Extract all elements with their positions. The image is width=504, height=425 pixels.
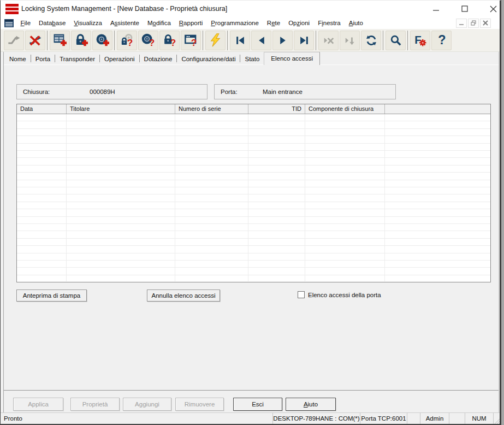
nav-first-button[interactable]: [230, 31, 250, 50]
porta-value: Main entrance: [263, 88, 303, 95]
tab-elenco-accessi[interactable]: Elenco accessi: [264, 52, 320, 65]
cancel-access-list-button[interactable]: Annulla elenco accessi: [147, 290, 220, 302]
svg-text:?: ?: [191, 37, 197, 47]
read-lock-transponder-button[interactable]: ?: [117, 31, 137, 50]
nav-first-icon: [234, 34, 246, 46]
close-icon: [490, 5, 497, 13]
refresh-button[interactable]: [361, 31, 381, 50]
esci-button[interactable]: Esci: [233, 398, 282, 411]
dialog-frame: Nome Porta Transponder Operazioni Dotazi…: [3, 52, 499, 412]
access-list-table[interactable]: Data Titolare Numero di serie TID Compon…: [16, 104, 491, 282]
programming-button[interactable]: [205, 31, 226, 50]
tab-nome[interactable]: Nome: [5, 54, 31, 64]
menu-assistente[interactable]: Assistente: [106, 18, 143, 28]
column-header-titolare[interactable]: Titolare: [67, 104, 175, 114]
tab-dotazione[interactable]: Dotazione: [140, 54, 177, 64]
nav-previous-icon: [256, 34, 268, 46]
minimize-button[interactable]: [432, 1, 440, 17]
tab-stato[interactable]: Stato: [240, 54, 264, 64]
toolbar: ? ? ? ?: [1, 29, 500, 52]
nav-previous-button[interactable]: [251, 31, 271, 50]
door-access-checkbox-label: Elenco accessi della porta: [308, 292, 381, 298]
menu-rapporti[interactable]: Rapporti: [175, 18, 206, 28]
proprieta-button[interactable]: Proprietà: [70, 398, 120, 411]
column-header-tid[interactable]: TID: [248, 104, 305, 114]
new-transponder-button[interactable]: [92, 31, 112, 50]
app-icon: [5, 4, 19, 14]
chiusura-label: Chiusura:: [23, 88, 90, 95]
resize-grip[interactable]: [493, 413, 500, 424]
status-panel-num-lock: NUM: [465, 413, 493, 424]
menu-finestra[interactable]: Finestra: [314, 18, 345, 28]
aiuto-button[interactable]: Aiuto: [286, 398, 336, 411]
applica-button[interactable]: Applica: [13, 398, 63, 411]
aggiungi-button[interactable]: Aggiungi: [123, 398, 171, 411]
new-matrix-icon: [53, 33, 67, 47]
search-button[interactable]: [386, 31, 406, 50]
help-button[interactable]: ?: [431, 31, 452, 50]
tab-transponder[interactable]: Transponder: [55, 54, 99, 64]
mdi-minimize-icon: [459, 20, 464, 26]
read-lock-transponder-icon: ?: [120, 33, 134, 47]
nav-next-button[interactable]: [272, 31, 293, 50]
dialog-button-row: Applica Proprietà Aggiungi Rimuovere Esc…: [4, 390, 499, 412]
status-panel-empty-1: [407, 413, 420, 424]
cancel-action-button[interactable]: [318, 31, 339, 50]
new-lock-button[interactable]: [71, 31, 91, 50]
mdi-minimize-button[interactable]: [456, 19, 467, 28]
read-lock-icon: ?: [163, 33, 176, 47]
menu-aiuto[interactable]: Aiuto: [345, 18, 367, 28]
porta-field: Porta: Main entrance: [214, 84, 396, 99]
nav-next-icon: [277, 34, 289, 46]
skip-down-button[interactable]: [340, 31, 360, 50]
menu-bar: File Database Visualizza Assistente Modi…: [1, 17, 500, 29]
menu-file[interactable]: File: [16, 18, 35, 28]
refresh-icon: [365, 34, 377, 46]
search-icon: [390, 34, 402, 46]
column-header-numero-di-serie[interactable]: Numero di serie: [175, 104, 248, 114]
porta-label: Porta:: [221, 88, 263, 95]
resize-grip-icon: [494, 417, 500, 424]
app-window: Locking System Management - [New Databas…: [0, 0, 501, 425]
menu-database[interactable]: Database: [35, 18, 70, 28]
new-matrix-button[interactable]: [50, 31, 70, 50]
menu-opzioni[interactable]: Opzioni: [284, 18, 314, 28]
status-text: Pronto: [1, 415, 272, 422]
read-network-button[interactable]: ?: [181, 31, 201, 50]
tab-configurazione-dati[interactable]: Configurazione/dati: [177, 54, 240, 64]
svg-text:?: ?: [149, 37, 155, 47]
maximize-button[interactable]: [461, 1, 469, 17]
mdi-close-button[interactable]: [480, 19, 491, 28]
disconnect-icon: [28, 33, 42, 47]
table-body: [17, 114, 490, 281]
connect-button[interactable]: [4, 31, 24, 50]
door-access-checkbox[interactable]: [298, 291, 305, 298]
tab-porta[interactable]: Porta: [31, 54, 55, 64]
disconnect-button[interactable]: [25, 31, 45, 50]
print-preview-button[interactable]: Anteprima di stampa: [16, 290, 87, 302]
filter-settings-button[interactable]: F: [410, 31, 430, 50]
title-bar: Locking System Management - [New Databas…: [1, 1, 500, 17]
tab-operazioni[interactable]: Operazioni: [100, 54, 139, 64]
close-button[interactable]: [489, 1, 497, 17]
column-header-empty[interactable]: [385, 104, 490, 114]
document-system-icon: [4, 19, 14, 27]
column-header-componente[interactable]: Componente di chiusura: [305, 104, 385, 114]
filter-settings-icon: F: [413, 33, 427, 47]
rimuovere-button[interactable]: Rimuovere: [175, 398, 224, 411]
menu-visualizza[interactable]: Visualizza: [70, 18, 106, 28]
column-header-data[interactable]: Data: [17, 104, 67, 114]
read-lock-button[interactable]: ?: [159, 31, 180, 50]
tab-bar: Nome Porta Transponder Operazioni Dotazi…: [4, 52, 499, 64]
menu-programmazione[interactable]: Programmazione: [207, 18, 263, 28]
menu-rete[interactable]: Rete: [263, 18, 284, 28]
chiusura-value: 000089H: [90, 88, 115, 95]
menu-modifica[interactable]: Modifica: [143, 18, 175, 28]
status-panel-connection: DESKTOP-789HANE : COM(*): [272, 413, 360, 424]
read-transponder-icon: ?: [141, 33, 155, 47]
read-transponder-button[interactable]: ?: [138, 31, 158, 50]
mdi-restore-button[interactable]: [468, 19, 479, 28]
nav-last-button[interactable]: [294, 31, 314, 50]
svg-text:?: ?: [127, 37, 133, 47]
nav-last-icon: [298, 34, 310, 46]
